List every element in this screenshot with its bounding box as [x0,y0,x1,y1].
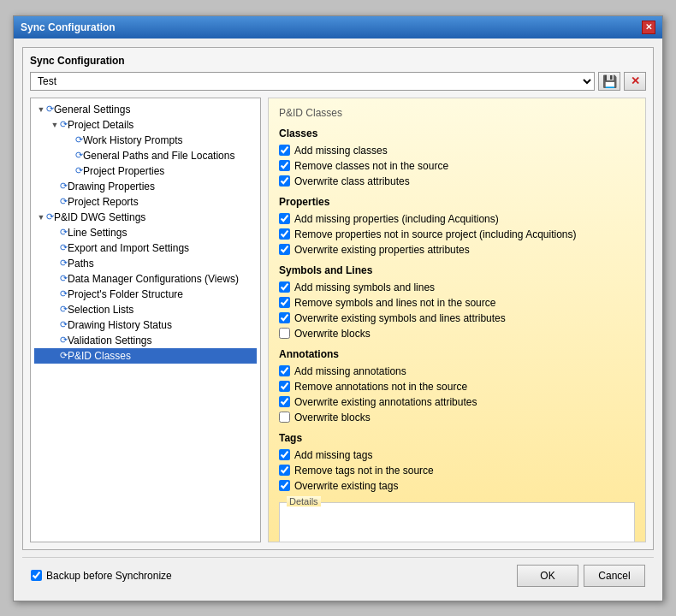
backup-checkbox[interactable] [31,570,42,581]
checkbox-add-missing-annotations[interactable] [279,365,290,376]
tree-item-general-paths[interactable]: ⟳ General Paths and File Locations [34,148,257,163]
check-overwrite-annotations-attr: Overwrite existing annotations attribute… [279,396,635,408]
ok-button[interactable]: OK [517,565,578,587]
tree-label: Selection Lists [68,304,133,316]
check-label: Overwrite existing tags [294,480,398,492]
tree-item-project-details[interactable]: ▼ ⟳ Project Details [34,117,257,133]
tree-label: Line Settings [68,227,127,239]
cancel-button[interactable]: Cancel [584,565,645,587]
check-label: Add missing properties (including Acquit… [294,213,499,225]
check-label: Remove annotations not in the source [294,381,467,393]
window-body: Sync Configuration Test 💾 ✕ [14,38,662,601]
close-button[interactable]: ✕ [642,21,655,34]
tree-item-pid-classes[interactable]: ⟳ P&ID Classes [34,348,257,364]
check-remove-props: Remove properties not in source project … [279,228,635,240]
checkbox-remove-tags[interactable] [279,465,290,476]
tree-label: Project Details [68,119,133,131]
sync-icon: ⟳ [75,134,83,145]
check-label: Overwrite class attributes [294,175,410,187]
tree-label: Paths [68,258,94,270]
checkbox-add-missing-props[interactable] [279,213,290,224]
tree-label: Project Reports [68,196,139,208]
tree-panel: ▼ ⟳ General Settings ▼ ⟳ Project Details… [30,98,261,542]
tree-item-project-reports[interactable]: ⟳ Project Reports [34,194,257,210]
sync-icon: ⟳ [60,227,68,238]
tree-item-work-history[interactable]: ⟳ Work History Prompts [34,133,257,148]
check-label: Overwrite existing symbols and lines att… [294,312,506,324]
tree-item-paths[interactable]: ⟳ Paths [34,256,257,271]
sync-icon: ⟳ [60,196,68,207]
checkbox-remove-symbols[interactable] [279,297,290,308]
classes-header: Classes [279,127,635,139]
tree-item-data-manager[interactable]: ⟳ Data Manager Configurations (Views) [34,271,257,287]
delete-button[interactable]: ✕ [624,72,646,91]
checkbox-add-missing-symbols[interactable] [279,281,290,293]
checkbox-remove-props[interactable] [279,228,290,240]
check-remove-annotations: Remove annotations not in the source [279,381,635,393]
tree-label: P&ID Classes [68,350,131,362]
sync-icon: ⟳ [46,211,54,222]
check-label: Remove symbols and lines not in the sour… [294,297,495,309]
check-label: Add missing tags [294,449,372,461]
sync-icon: ⟳ [60,258,68,269]
tree-item-folder-structure[interactable]: ⟳ Project's Folder Structure [34,287,257,302]
checkbox-overwrite-tags[interactable] [279,480,290,491]
checkbox-add-missing-tags[interactable] [279,449,290,460]
tree-item-drawing-history[interactable]: ⟳ Drawing History Status [34,317,257,333]
tree-label: Work History Prompts [83,134,182,146]
check-add-missing-annotations: Add missing annotations [279,365,635,377]
checkbox-remove-classes[interactable] [279,160,290,171]
title-bar-buttons: ✕ [642,21,655,34]
delete-icon: ✕ [631,74,640,87]
expand-icon: ▼ [36,212,46,222]
tree-item-line-settings[interactable]: ⟳ Line Settings [34,225,257,240]
save-icon: 💾 [602,74,617,88]
tree-item-project-properties[interactable]: ⟳ Project Properties [34,163,257,179]
tree-item-drawing-properties[interactable]: ⟳ Drawing Properties [34,179,257,194]
check-label: Overwrite blocks [294,412,371,424]
checkbox-overwrite-props-attr[interactable] [279,244,290,255]
checkbox-overwrite-class-attr[interactable] [279,175,290,187]
config-dropdown[interactable]: Test [30,72,595,91]
check-overwrite-symbols-attr: Overwrite existing symbols and lines att… [279,312,635,324]
properties-header: Properties [279,196,635,208]
sync-icon: ⟳ [60,242,68,253]
check-add-missing-tags: Add missing tags [279,449,635,461]
tree-label: P&ID DWG Settings [54,211,145,223]
tree-item-pid-dwg[interactable]: ▼ ⟳ P&ID DWG Settings [34,210,257,225]
check-label: Add missing classes [294,145,388,157]
tags-header: Tags [279,432,635,444]
tree-item-general-settings[interactable]: ▼ ⟳ General Settings [34,102,257,117]
checkbox-overwrite-annotations-attr[interactable] [279,396,290,407]
bottom-buttons: OK Cancel [517,565,645,587]
backup-label: Backup before Synchronize [46,570,172,582]
sync-icon: ⟳ [60,288,68,299]
check-overwrite-props-attr: Overwrite existing properties attributes [279,244,635,256]
checkbox-overwrite-blocks-annotations[interactable] [279,412,290,423]
tree-label: General Settings [54,104,130,116]
group-title: Sync Configuration [30,55,646,67]
check-add-missing-symbols: Add missing symbols and lines [279,281,635,293]
tree-label: Validation Settings [68,335,152,346]
check-remove-symbols: Remove symbols and lines not in the sour… [279,297,635,309]
tree-item-validation[interactable]: ⟳ Validation Settings [34,333,257,348]
details-label: Details [287,496,321,506]
checkbox-remove-annotations[interactable] [279,381,290,392]
window-title: Sync Configuration [21,21,116,33]
checkbox-add-missing-classes[interactable] [279,145,290,156]
save-button[interactable]: 💾 [598,72,620,91]
sync-icon: ⟳ [75,165,83,176]
tree-item-export-import[interactable]: ⟳ Export and Import Settings [34,240,257,256]
check-remove-tags: Remove tags not in the source [279,465,635,477]
bottom-bar: Backup before Synchronize OK Cancel [22,557,654,592]
checkbox-overwrite-blocks-symbols[interactable] [279,328,290,339]
symbols-lines-header: Symbols and Lines [279,264,635,276]
checkbox-overwrite-symbols-attr[interactable] [279,312,290,323]
backup-check-container: Backup before Synchronize [31,570,172,582]
main-window: Sync Configuration ✕ Sync Configuration … [13,15,663,601]
tree-item-selection-lists[interactable]: ⟳ Selection Lists [34,302,257,317]
sync-icon: ⟳ [60,119,68,130]
toolbar: Test 💾 ✕ [30,72,646,91]
check-overwrite-blocks-symbols: Overwrite blocks [279,328,635,340]
sync-icon: ⟳ [60,273,68,284]
